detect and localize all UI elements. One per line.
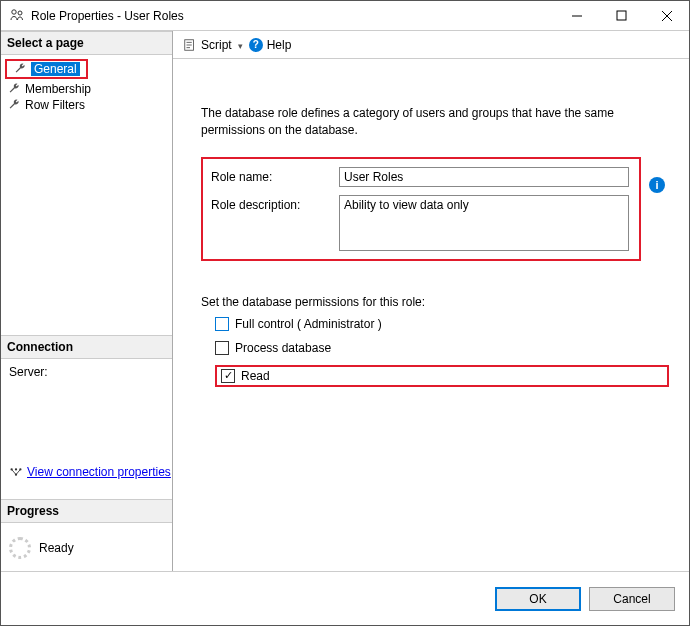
minimize-button[interactable] <box>554 1 599 30</box>
svg-point-1 <box>18 11 22 15</box>
progress-status: Ready <box>39 541 74 555</box>
help-button[interactable]: ? Help <box>249 38 292 52</box>
role-desc-label: Role description: <box>211 195 331 212</box>
nav-label: Membership <box>25 82 91 96</box>
progress-spinner-icon <box>9 537 31 559</box>
view-connection-link[interactable]: View connection properties <box>9 465 171 479</box>
nav-item-membership[interactable]: Membership <box>1 81 172 97</box>
title-bar: Role Properties - User Roles <box>1 1 689 31</box>
script-button[interactable]: Script <box>183 38 243 52</box>
checkbox-icon <box>215 317 229 331</box>
maximize-button[interactable] <box>599 1 644 30</box>
progress-header: Progress <box>1 499 172 523</box>
server-label: Server: <box>9 365 164 379</box>
perm-process-label: Process database <box>235 341 331 355</box>
sidebar: Select a page General Membership Row Fil… <box>1 31 173 571</box>
perm-read-label: Read <box>241 369 270 383</box>
role-name-label: Role name: <box>211 167 331 184</box>
perm-process-database[interactable]: Process database <box>215 341 669 355</box>
wrench-icon <box>13 62 27 76</box>
checkbox-icon <box>215 341 229 355</box>
main-panel: Script ? Help The database role defines … <box>173 31 689 571</box>
connection-icon <box>9 465 23 479</box>
wrench-icon <box>7 82 21 96</box>
dialog-footer: OK Cancel <box>1 571 689 625</box>
page-nav-list: General Membership Row Filters <box>1 55 172 335</box>
permissions-label: Set the database permissions for this ro… <box>201 295 669 309</box>
checkbox-icon: ✓ <box>221 369 235 383</box>
role-fields-group: Role name: Role description: <box>201 157 641 261</box>
svg-point-7 <box>15 468 17 470</box>
script-label: Script <box>201 38 232 52</box>
select-page-header: Select a page <box>1 31 172 55</box>
connection-header: Connection <box>1 335 172 359</box>
role-desc-input[interactable] <box>339 195 629 251</box>
perm-full-control[interactable]: Full control ( Administrator ) <box>215 317 669 331</box>
role-icon <box>9 8 25 24</box>
perm-read[interactable]: ✓ Read <box>215 365 669 387</box>
nav-item-general[interactable]: General <box>5 59 88 79</box>
ok-button[interactable]: OK <box>495 587 581 611</box>
nav-label: General <box>31 62 80 76</box>
svg-point-11 <box>15 473 17 475</box>
role-name-input[interactable] <box>339 167 629 187</box>
perm-full-label: Full control ( Administrator ) <box>235 317 382 331</box>
close-button[interactable] <box>644 1 689 30</box>
help-icon: ? <box>249 38 263 52</box>
svg-point-0 <box>12 9 16 13</box>
chevron-down-icon <box>236 38 243 52</box>
intro-text: The database role defines a category of … <box>201 105 669 139</box>
cancel-button[interactable]: Cancel <box>589 587 675 611</box>
view-connection-label: View connection properties <box>27 465 171 479</box>
svg-rect-3 <box>617 11 626 20</box>
window-buttons <box>554 1 689 30</box>
script-icon <box>183 38 197 52</box>
info-icon[interactable]: i <box>649 177 665 193</box>
window-title: Role Properties - User Roles <box>31 9 554 23</box>
help-label: Help <box>267 38 292 52</box>
nav-label: Row Filters <box>25 98 85 112</box>
nav-item-row-filters[interactable]: Row Filters <box>1 97 172 113</box>
toolbar: Script ? Help <box>173 31 689 59</box>
wrench-icon <box>7 98 21 112</box>
